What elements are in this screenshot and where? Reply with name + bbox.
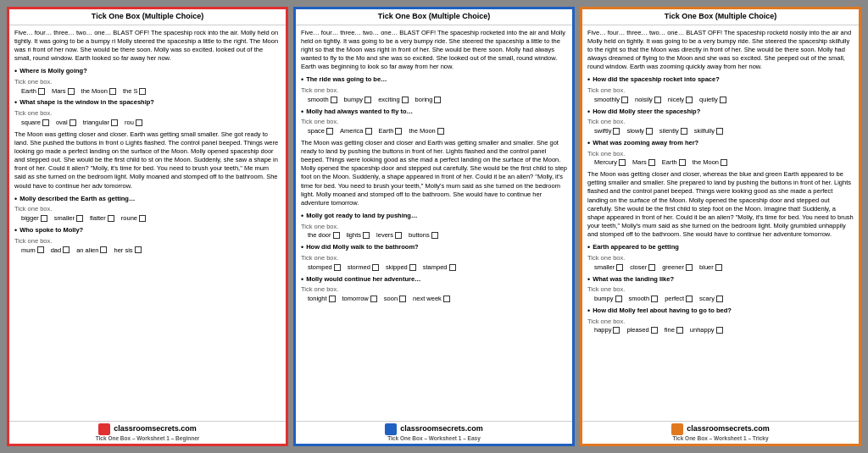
option-label: her sis: [114, 246, 132, 255]
checkbox[interactable]: [716, 327, 723, 334]
checkbox[interactable]: [443, 296, 450, 302]
option-label: Earth: [21, 87, 36, 96]
passage-2: The Moon was getting closer and closer, …: [587, 170, 854, 239]
checkbox[interactable]: [409, 264, 416, 271]
checkbox[interactable]: [42, 119, 49, 126]
checkbox[interactable]: [402, 97, 409, 103]
option2-3: buttons: [409, 231, 438, 240]
checkbox[interactable]: [686, 296, 693, 302]
checkbox[interactable]: [619, 159, 626, 166]
option-label: the Moon: [409, 127, 435, 135]
checkbox[interactable]: [648, 159, 655, 166]
checkbox[interactable]: [139, 88, 146, 95]
question-text: Molly described the Earth as getting…: [19, 195, 135, 203]
checkbox[interactable]: [111, 119, 118, 126]
checkbox[interactable]: [333, 232, 340, 239]
checkbox[interactable]: [681, 128, 687, 135]
bullet-icon: •: [587, 275, 590, 285]
option-label: swiftly: [594, 127, 611, 135]
checkbox[interactable]: [434, 97, 441, 103]
tick-label: Tick one box.: [587, 285, 854, 294]
option-label: happy: [594, 326, 611, 334]
checkbox[interactable]: [621, 97, 628, 103]
checkbox[interactable]: [431, 232, 438, 239]
checkbox[interactable]: [721, 159, 727, 166]
checkbox[interactable]: [651, 296, 658, 302]
checkbox[interactable]: [331, 97, 337, 103]
question-bullet-1: •How did Molly steer the spaceship?: [587, 108, 854, 117]
checkbox[interactable]: [334, 264, 341, 271]
tick-label: Tick one box.: [301, 86, 567, 95]
checkbox[interactable]: [38, 88, 45, 95]
option-label: Earth: [379, 127, 394, 135]
option-label: Mercury: [594, 158, 617, 167]
checkbox[interactable]: [616, 264, 623, 271]
options-row: squareovaltriangularrou: [21, 119, 281, 127]
option-3: rou: [125, 119, 142, 127]
checkbox[interactable]: [136, 119, 142, 126]
question-text: How did Molly feel about having to go to…: [593, 307, 732, 315]
bullet-icon: •: [301, 212, 303, 221]
checkbox[interactable]: [654, 97, 661, 103]
options-row: smoothlynoisilynicelyquietly: [594, 96, 854, 104]
option2-3: roune: [121, 214, 146, 223]
option-3: quietly: [699, 96, 726, 104]
checkbox[interactable]: [716, 296, 723, 302]
option2-3: scary: [699, 295, 723, 303]
checkbox[interactable]: [613, 128, 620, 135]
option-label: America: [340, 127, 364, 135]
option-2: triangular: [83, 119, 118, 127]
options-row: smoothbumpyexcitingboring: [308, 96, 567, 104]
checkbox[interactable]: [100, 246, 107, 253]
checkbox[interactable]: [437, 128, 444, 135]
checkbox[interactable]: [76, 215, 83, 222]
options-row: bumpysmoothperfectscary: [594, 295, 854, 303]
checkbox[interactable]: [109, 88, 116, 95]
checkbox[interactable]: [648, 264, 655, 271]
checkbox[interactable]: [716, 128, 723, 135]
checkbox[interactable]: [372, 264, 379, 271]
question-text: How did the spaceship rocket into space?: [593, 75, 720, 84]
option-label: bluer: [699, 263, 714, 272]
checkbox[interactable]: [135, 246, 142, 253]
question-1: •How did Molly steer the spaceship?Tick …: [587, 108, 854, 135]
checkbox[interactable]: [370, 296, 377, 302]
checkbox[interactable]: [329, 296, 336, 302]
checkbox[interactable]: [720, 97, 726, 103]
question2-bullet-0: •Molly described the Earth as getting…: [14, 195, 281, 204]
checkbox[interactable]: [363, 232, 370, 239]
checkbox[interactable]: [63, 246, 70, 253]
checkbox[interactable]: [139, 215, 146, 222]
checkbox[interactable]: [679, 159, 686, 166]
checkbox[interactable]: [395, 128, 402, 135]
checkbox[interactable]: [715, 264, 722, 271]
checkbox[interactable]: [613, 327, 620, 334]
option2-3: bluer: [699, 263, 722, 272]
checkbox[interactable]: [399, 296, 406, 302]
option2-0: bigger: [21, 214, 47, 223]
option-label: the Moon: [693, 158, 719, 167]
checkbox[interactable]: [108, 215, 114, 222]
checkbox[interactable]: [615, 296, 622, 302]
checkbox[interactable]: [646, 128, 653, 135]
checkbox[interactable]: [449, 264, 456, 271]
checkbox[interactable]: [676, 327, 683, 334]
checkbox[interactable]: [37, 246, 44, 253]
checkbox[interactable]: [395, 232, 402, 239]
checkbox[interactable]: [41, 215, 47, 222]
checkbox[interactable]: [326, 128, 333, 135]
checkbox[interactable]: [68, 88, 75, 95]
checkbox[interactable]: [686, 97, 693, 103]
checkbox[interactable]: [70, 119, 76, 126]
checkbox[interactable]: [651, 327, 658, 334]
checkbox[interactable]: [364, 97, 371, 103]
option-label: smooth: [308, 96, 329, 104]
question-2: •What was zooming away from her?Tick one…: [587, 139, 854, 167]
option-label: smooth: [629, 295, 650, 303]
option2-0: tonight: [308, 295, 336, 303]
option-label: rou: [125, 119, 134, 127]
checkbox[interactable]: [686, 264, 693, 271]
question2-2: •Molly would continue her adventure…Tick…: [301, 275, 567, 303]
option-label: bumpy: [344, 96, 364, 104]
checkbox[interactable]: [365, 128, 372, 135]
